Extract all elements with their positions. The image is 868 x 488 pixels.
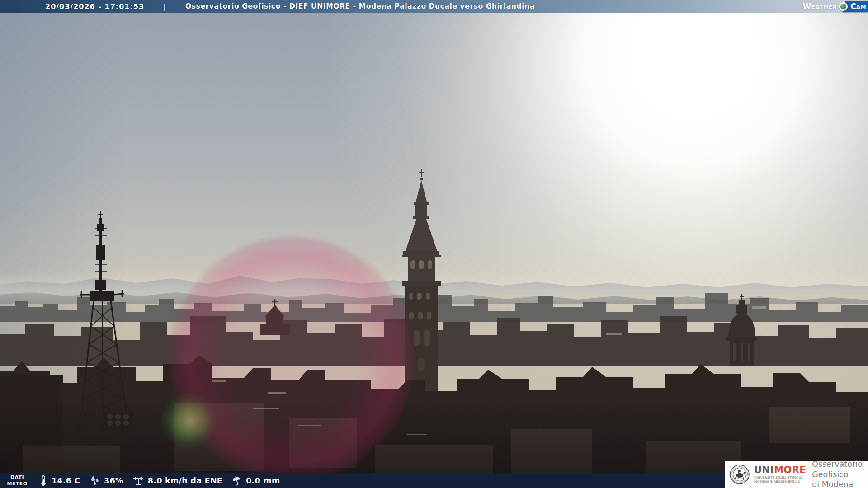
humidity-value: 36% — [104, 476, 123, 485]
unimore-brand-uni: UNI — [754, 465, 774, 475]
unimore-subtitle-2: MODENA E REGGIO EMILIA — [754, 480, 806, 483]
observatory-name: Osservatorio Geofisico di Modena — [812, 459, 868, 488]
top-info-bar: 20/03/2026 - 17:01:53 | Osservatorio Geo… — [0, 0, 868, 13]
unimore-seal-icon — [729, 464, 750, 485]
wind-vane-icon — [132, 475, 145, 487]
wind-value: 8.0 km/h da ENE — [148, 476, 222, 485]
weathercam-globe-icon — [839, 2, 848, 11]
separator: | — [163, 2, 166, 11]
unimore-brand: UNIMORE UNIVERSITÀ DEGLI STUDI DI MODENA… — [754, 465, 806, 483]
unimore-subtitle-1: UNIVERSITÀ DEGLI STUDI DI — [754, 476, 806, 479]
unimore-brand-more: MORE — [774, 465, 806, 475]
wind-readout: 8.0 km/h da ENE — [132, 475, 222, 487]
temperature-value: 14.6 C — [52, 476, 80, 485]
weathercam-logo[interactable]: WEATHER CAM — [802, 0, 868, 13]
weathercam-weather-label: WEATHER — [802, 2, 837, 11]
camera-title: Osservatorio Geofisico - DIEF UNIMORE - … — [185, 2, 535, 10]
webcam-page: 20/03/2026 - 17:01:53 | Osservatorio Geo… — [0, 0, 868, 488]
thermometer-icon — [38, 475, 48, 487]
weathercam-cam-label: CAM — [851, 2, 867, 11]
precipitation-value: 0.0 mm — [246, 476, 280, 485]
umbrella-icon — [231, 475, 243, 487]
datetime-label: 20/03/2026 - 17:01:53 — [45, 2, 144, 11]
unimore-logo[interactable]: UNIMORE UNIVERSITÀ DEGLI STUDI DI MODENA… — [725, 461, 868, 488]
webcam-photo — [0, 0, 868, 488]
dati-meteo-label: DATI METEO — [5, 474, 30, 487]
precipitation-readout: 0.0 mm — [231, 475, 280, 487]
humidity-readout: 36% — [89, 475, 123, 487]
humidity-drops-icon — [89, 475, 101, 487]
temperature-readout: 14.6 C — [38, 475, 80, 487]
